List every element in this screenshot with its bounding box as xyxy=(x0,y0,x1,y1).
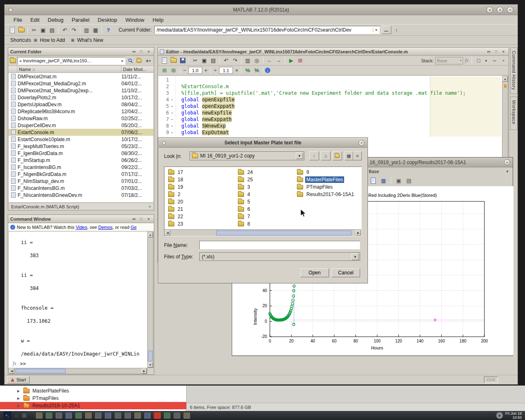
create-new-folder-button[interactable] xyxy=(332,151,342,160)
video-link[interactable]: Video xyxy=(76,225,87,230)
dock-icon[interactable]: ↤ xyxy=(131,49,137,55)
guide-button[interactable]: ▦ xyxy=(91,26,100,34)
taskbar-app-icon[interactable] xyxy=(75,412,82,419)
breakpoints-button[interactable]: ⊞ xyxy=(296,56,305,65)
insert-cell-divider-button[interactable]: ⊞ xyxy=(169,66,178,75)
find-button[interactable]: ◎ xyxy=(252,56,261,65)
dialog-titlebar[interactable]: Select input Master Plate text file × xyxy=(159,138,367,148)
expander-icon[interactable]: ▶ xyxy=(17,404,21,408)
run-advance-button[interactable]: % xyxy=(252,66,261,75)
command-prompt[interactable]: >> xyxy=(20,361,26,367)
open-file-button[interactable] xyxy=(17,26,26,34)
clock[interactable]: Fri Jun 16 10:50 xyxy=(505,411,522,420)
new-folder-button[interactable] xyxy=(135,57,143,64)
taskbar-app-icon[interactable] xyxy=(104,412,112,419)
expander-icon[interactable]: ▶ xyxy=(17,397,21,400)
paste-button[interactable]: ▤ xyxy=(48,26,57,34)
scroll-up-icon[interactable]: ▲ xyxy=(502,76,508,82)
code-line[interactable]: 3%[file,path] = uiputfile('.mat','Create… xyxy=(158,90,502,96)
copy-button[interactable]: ▣ xyxy=(39,26,48,34)
taskbar-app-icon[interactable] xyxy=(163,412,171,419)
file-row[interactable]: DMPexcel2mat_MediaDrug2exp... 11/10/2... xyxy=(9,87,153,94)
pane-menu-icon[interactable]: ▾ xyxy=(484,56,488,65)
combo-arrow-icon[interactable]: ▾ xyxy=(296,153,303,159)
tab-command-history[interactable]: Command History xyxy=(510,47,518,94)
breadcrumb[interactable]: « InovImager_jwrCF_WINLinx150... ▸ xyxy=(17,57,126,65)
folder-browser[interactable]: 17 18 19 2 20 21 22 23 xyxy=(164,167,362,236)
pane-layout-button[interactable]: □ xyxy=(475,56,482,65)
close-icon[interactable]: × xyxy=(146,216,152,222)
menu-item[interactable]: Window xyxy=(121,16,148,24)
folder-item[interactable]: 7 xyxy=(238,213,295,220)
simulink-button[interactable]: ▥ xyxy=(82,26,91,34)
save-button[interactable] xyxy=(178,56,187,65)
actions-menu-button[interactable]: ∗▾ xyxy=(144,57,152,64)
breadcrumb-next-icon[interactable]: ▸ xyxy=(121,59,123,63)
folder-item[interactable]: MasterPlateFiles xyxy=(297,176,361,183)
restore-icon[interactable]: □ xyxy=(493,49,499,55)
undo-button[interactable]: ↶ xyxy=(221,56,231,65)
command-window-header[interactable]: Command Window ↤ □ × xyxy=(8,215,154,223)
dock-icon[interactable]: ↤ xyxy=(491,58,498,64)
dock-icon[interactable]: ↤ xyxy=(131,216,137,222)
folder-item[interactable]: 20 xyxy=(168,198,234,205)
file-row[interactable]: DoverlayPlots2.m 10/17/2... xyxy=(9,94,153,101)
open-button[interactable]: Open xyxy=(300,268,329,277)
run-button[interactable]: ▶ xyxy=(287,56,296,65)
taskbar-app-icon[interactable] xyxy=(124,412,132,419)
taskbar-app-icon[interactable] xyxy=(35,412,43,419)
code-line[interactable]: 7-global newExppath xyxy=(158,116,502,123)
close-button[interactable]: × xyxy=(358,140,365,146)
folder-item[interactable]: 21 xyxy=(168,205,234,213)
files-of-type-combobox[interactable]: (*.xls) ▾ xyxy=(199,252,360,261)
folder-item[interactable]: 5 xyxy=(238,198,295,205)
taskbar-app-icon[interactable] xyxy=(94,412,102,419)
folder-item[interactable]: 8 xyxy=(238,220,295,228)
value-field-1[interactable]: 1.0 xyxy=(188,67,202,74)
file-detail-bar[interactable]: EstartConsole.m (MATLAB Script) ∧ xyxy=(9,203,153,210)
print-figure-button[interactable]: ▤ xyxy=(404,176,413,185)
close-button[interactable]: × xyxy=(504,159,510,165)
copy-button[interactable]: ▣ xyxy=(200,56,209,65)
code-line[interactable]: 4-global openExpfile xyxy=(158,96,502,103)
menu-item[interactable]: Parallel xyxy=(68,16,94,24)
console-vertical-scrollbar[interactable]: ▲ ▼ xyxy=(147,232,153,368)
scroll-up-icon[interactable]: ▲ xyxy=(148,232,153,237)
menu-item[interactable]: Help xyxy=(148,16,168,24)
file-row[interactable]: F_IgenBkGrdData.m 08/30/2... xyxy=(9,150,153,157)
taskbar-app-icon[interactable] xyxy=(134,412,142,419)
redo-button[interactable]: ↷ xyxy=(69,26,78,34)
menu-item[interactable]: Edit xyxy=(26,16,43,24)
restore-icon[interactable]: □ xyxy=(138,49,144,55)
menu-item[interactable]: Debug xyxy=(43,16,67,24)
menu-item[interactable]: File xyxy=(9,16,26,24)
collapse-icon[interactable]: ∧ xyxy=(148,205,151,208)
how-to-add-link[interactable]: How to Add xyxy=(40,37,65,43)
file-row[interactable]: DshowRaw.m 02/25/2... xyxy=(9,115,153,122)
folder-item[interactable]: PTmapFiles xyxy=(297,183,361,191)
insert-cell-button[interactable]: ⊞ xyxy=(160,66,169,75)
new-file-button[interactable] xyxy=(8,26,17,34)
file-name-input[interactable] xyxy=(199,241,360,249)
file-row[interactable]: EstartConsole10plate.m 10/17/2... xyxy=(9,136,153,143)
console-output-area[interactable]: ii = 383 ii = 384 fhconsole = 173.1062 w… xyxy=(9,232,147,368)
new-figure-button[interactable] xyxy=(369,176,378,185)
file-row[interactable]: DsuperCellDev.m 05/20/2... xyxy=(9,122,153,129)
open-button[interactable] xyxy=(169,56,178,65)
file-list-column-header[interactable]: Name △ Date Mod... xyxy=(8,66,154,73)
expander-icon[interactable]: ▶ xyxy=(17,389,21,393)
tree-row[interactable]: ▶ MasterPlateFiles xyxy=(0,387,186,395)
file-row[interactable]: DReplicate96to384conv.m 12/04/2... xyxy=(9,108,153,115)
pager-icon[interactable] xyxy=(14,413,19,418)
folder-item[interactable]: 22 xyxy=(168,213,234,220)
divide-value-button[interactable]: ÷ xyxy=(212,66,218,75)
scroll-left-icon[interactable]: ◀ xyxy=(9,368,14,374)
terminal-icon[interactable]: >_ xyxy=(3,412,11,419)
console-horizontal-scrollbar[interactable]: ◀ ▶ xyxy=(9,368,147,374)
fx-icon[interactable]: fx xyxy=(13,361,16,367)
redo-button[interactable]: ↷ xyxy=(231,56,240,65)
folder-item[interactable]: 18 xyxy=(168,176,234,183)
undo-button[interactable]: ↶ xyxy=(60,26,69,34)
getting-started-link[interactable]: Ge xyxy=(130,225,137,230)
name-column-header[interactable]: Name xyxy=(19,67,31,72)
